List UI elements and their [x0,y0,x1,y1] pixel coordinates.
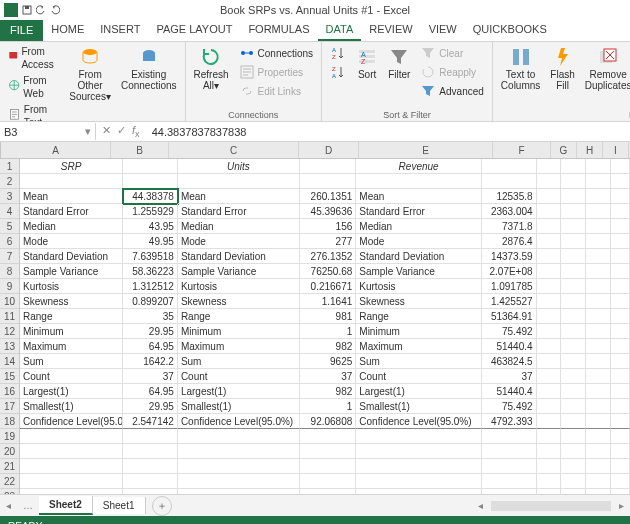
cell[interactable]: 12535.8 [482,189,537,204]
cell[interactable] [123,174,178,189]
cell[interactable] [561,324,586,339]
row-header[interactable]: 11 [0,309,19,324]
cell[interactable]: Kurtosis [20,279,123,294]
cell[interactable]: 2.547142 [123,414,178,429]
cell[interactable]: 51440.4 [482,384,537,399]
cell[interactable]: 1.425527 [482,294,537,309]
cell[interactable] [561,249,586,264]
cell[interactable] [537,264,562,279]
cell[interactable] [586,219,611,234]
cell[interactable]: 76250.68 [300,264,357,279]
cell[interactable] [611,159,630,174]
row-header[interactable]: 15 [0,369,19,384]
cell[interactable] [300,444,357,459]
cell[interactable]: Largest(1) [20,384,123,399]
scroll-left-icon[interactable]: ◂ [472,500,489,511]
cell[interactable]: Standard Error [356,204,482,219]
cell[interactable]: 1.091785 [482,279,537,294]
from-text-button[interactable]: From Text [6,102,61,122]
cell[interactable] [586,354,611,369]
cell[interactable] [561,159,586,174]
sheet-tab-other[interactable]: Sheet1 [93,497,146,514]
cell[interactable]: 2876.4 [482,234,537,249]
row-header[interactable]: 12 [0,324,19,339]
row-header[interactable]: 14 [0,354,19,369]
cell[interactable] [300,459,357,474]
cell[interactable] [611,204,630,219]
cell[interactable] [611,474,630,489]
cell[interactable]: 1.312512 [123,279,178,294]
cell[interactable]: Skewness [356,294,482,309]
cell[interactable]: Minimum [20,324,123,339]
cell[interactable] [178,474,300,489]
cell[interactable] [611,369,630,384]
cell[interactable] [611,414,630,429]
enter-icon[interactable]: ✓ [117,124,126,139]
cell[interactable] [537,294,562,309]
cell[interactable] [20,429,123,444]
cell[interactable] [611,444,630,459]
cell[interactable] [611,489,630,494]
cell[interactable]: Maximum [178,339,300,354]
cell[interactable] [482,489,537,494]
cell[interactable] [611,459,630,474]
sheet-tab-active[interactable]: Sheet2 [39,496,93,515]
cell[interactable] [537,369,562,384]
cell[interactable]: 1.255929 [123,204,178,219]
cell[interactable] [561,444,586,459]
row-header[interactable]: 20 [0,444,19,459]
cell[interactable] [586,174,611,189]
col-header-B[interactable]: B [111,142,169,158]
from-web-button[interactable]: From Web [6,73,61,101]
cell[interactable]: 463824.5 [482,354,537,369]
cell[interactable]: Smallest(1) [20,399,123,414]
cell[interactable]: 276.1352 [300,249,357,264]
cell[interactable] [482,159,537,174]
cell[interactable]: Minimum [178,324,300,339]
cell[interactable] [123,489,178,494]
cell[interactable] [356,174,482,189]
cell[interactable] [537,459,562,474]
cell[interactable] [537,309,562,324]
cell[interactable]: 35 [123,309,178,324]
cell[interactable] [611,189,630,204]
file-tab[interactable]: FILE [0,19,43,41]
cell[interactable] [537,414,562,429]
cell[interactable] [123,474,178,489]
sort-az-button[interactable]: AZ [328,44,348,62]
col-header-C[interactable]: C [169,142,299,158]
cell[interactable]: 51364.91 [482,309,537,324]
cell[interactable] [586,369,611,384]
row-header[interactable]: 13 [0,339,19,354]
row-header[interactable]: 22 [0,474,19,489]
cell[interactable] [586,234,611,249]
cell[interactable] [123,444,178,459]
cell[interactable] [561,414,586,429]
refresh-all-button[interactable]: Refresh All▾ [192,44,231,93]
cell[interactable] [356,429,482,444]
cell[interactable] [586,189,611,204]
cell[interactable]: 58.36223 [123,264,178,279]
cell[interactable] [561,489,586,494]
cell[interactable] [586,204,611,219]
cell[interactable] [586,459,611,474]
cell[interactable]: Range [356,309,482,324]
row-header[interactable]: 9 [0,279,19,294]
cell[interactable]: 64.95 [123,339,178,354]
sort-button[interactable]: AZSort [354,44,380,82]
cell[interactable] [611,354,630,369]
cell[interactable]: 981 [300,309,357,324]
cell[interactable] [482,459,537,474]
cell[interactable] [611,249,630,264]
cell[interactable] [561,279,586,294]
cell[interactable] [586,324,611,339]
cell[interactable] [537,249,562,264]
cell[interactable]: 982 [300,339,357,354]
chevron-down-icon[interactable]: ▾ [85,125,91,138]
cell[interactable] [561,339,586,354]
cell[interactable]: 0.216671 [300,279,357,294]
cell[interactable] [537,159,562,174]
cell[interactable] [561,174,586,189]
filter-button[interactable]: Filter [386,44,412,82]
cell[interactable] [537,339,562,354]
